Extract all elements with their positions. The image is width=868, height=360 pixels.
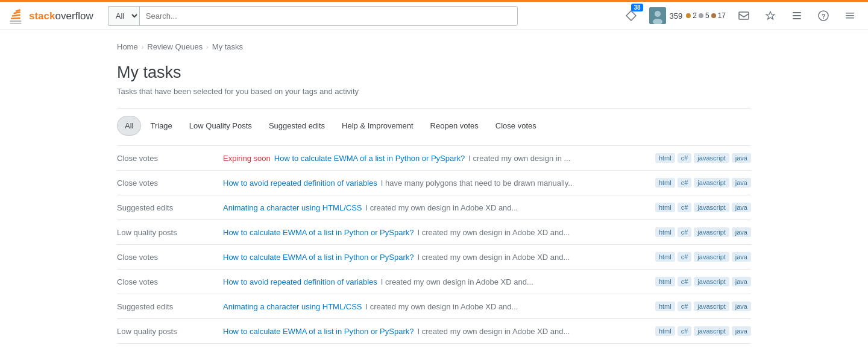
breadcrumb-home[interactable]: Home [117,42,138,51]
tag[interactable]: c# [678,203,692,212]
svg-rect-2 [11,17,20,19]
task-content: How to calculate EWMA of a list in Pytho… [223,228,646,237]
tag[interactable]: javascript [694,252,729,262]
svg-rect-17 [846,17,854,19]
filter-tab-triage[interactable]: Triage [142,116,180,136]
bronze-dot [711,13,716,18]
svg-point-7 [655,11,661,17]
task-type: Low quality posts [117,327,213,336]
task-type: Close votes [117,154,213,163]
tag[interactable]: java [732,326,751,336]
tag[interactable]: html [655,153,675,163]
task-tags: htmlc#javascriptjava [655,178,751,188]
tag[interactable]: javascript [694,227,729,237]
task-link[interactable]: How to calculate EWMA of a list in Pytho… [223,253,414,262]
tag[interactable]: html [655,277,675,286]
search-bar: All [108,6,518,26]
tag[interactable]: c# [678,227,692,237]
tag[interactable]: html [655,227,675,237]
user-badges: 2 5 17 [686,11,726,20]
tag[interactable]: javascript [694,153,729,163]
tag[interactable]: javascript [694,277,729,286]
tag[interactable]: java [732,252,751,262]
task-link[interactable]: How to calculate EWMA of a list in Pytho… [223,228,414,237]
filter-tab-low-quality-posts[interactable]: Low Quality Posts [181,116,260,136]
tag[interactable]: java [732,277,751,286]
svg-rect-12 [793,18,801,19]
task-tags: htmlc#javascriptjava [655,277,751,286]
breadcrumb: Home › Review Queues › My tasks [117,42,751,51]
task-link[interactable]: Animating a character using HTML/CSS [223,302,362,311]
review-queues-icon-btn[interactable] [786,5,808,27]
task-content: Animating a character using HTML/CSSI cr… [223,302,646,311]
achievements-icon-btn[interactable] [760,5,781,27]
filter-tab-close-votes[interactable]: Close votes [488,116,544,136]
task-row: Suggested editsAnimating a character usi… [117,294,751,319]
user-info[interactable]: 359 2 5 17 [647,5,728,27]
tag[interactable]: c# [678,302,692,311]
task-link[interactable]: Animating a character using HTML/CSS [223,203,362,212]
task-tags: htmlc#javascriptjava [655,153,751,163]
tag[interactable]: html [655,203,675,212]
filter-tab-help-&-improvement[interactable]: Help & Improvement [334,116,421,136]
search-scope-select[interactable]: All [108,6,139,26]
help-icon-btn[interactable]: ? [813,5,834,27]
task-link[interactable]: How to avoid repeated definition of vari… [223,277,377,286]
tag[interactable]: html [655,252,675,262]
tag[interactable]: c# [678,153,692,163]
hamburger-menu-btn[interactable] [839,5,861,27]
tag[interactable]: html [655,326,675,336]
tag[interactable]: javascript [694,203,729,212]
tag[interactable]: c# [678,277,692,286]
task-row: Close votesHow to avoid repeated definit… [117,171,751,195]
user-reputation: 359 [670,11,683,21]
tag[interactable]: java [732,178,751,188]
task-content: Expiring soonHow to calculate EWMA of a … [223,154,646,163]
tag[interactable]: java [732,227,751,237]
tag[interactable]: javascript [694,178,729,188]
task-row: Close votesHow to calculate EWMA of a li… [117,245,751,270]
breadcrumb-review-queues[interactable]: Review Queues [147,42,203,51]
review-icon-btn[interactable]: 38 [620,5,642,27]
logo[interactable]: stackoverflow [7,5,93,27]
task-desc: I have many polygons that need to be dra… [381,178,573,188]
svg-rect-9 [739,12,749,19]
task-content: How to avoid repeated definition of vari… [223,178,646,188]
topbar-icons: 38 359 2 5 17 [620,5,861,27]
task-desc: I created my own design in Adobe XD and.… [381,277,533,286]
tag[interactable]: c# [678,252,692,262]
task-type: Suggested edits [117,203,213,212]
breadcrumb-sep-2: › [206,43,209,51]
svg-rect-16 [846,15,854,16]
tag[interactable]: c# [678,178,692,188]
task-list: Close votesExpiring soonHow to calculate… [117,145,751,344]
svg-text:?: ? [822,13,826,20]
tag[interactable]: javascript [694,302,729,311]
logo-text: stackoverflow [29,11,93,21]
tag[interactable]: html [655,178,675,188]
filter-tab-suggested-edits[interactable]: Suggested edits [261,116,333,136]
task-link[interactable]: How to calculate EWMA of a list in Pytho… [274,154,465,163]
task-row: Close votesExpiring soonHow to calculate… [117,146,751,171]
tag[interactable]: javascript [694,326,729,336]
tag[interactable]: java [732,203,751,212]
task-link[interactable]: How to avoid repeated definition of vari… [223,178,377,188]
tag[interactable]: java [732,153,751,163]
search-input[interactable] [139,6,518,26]
inbox-icon-btn[interactable] [733,5,755,27]
silver-dot [699,13,703,18]
task-tags: htmlc#javascriptjava [655,227,751,237]
task-link[interactable]: How to calculate EWMA of a list in Pytho… [223,327,414,336]
filter-tab-all[interactable]: All [117,116,141,136]
task-row: Low quality postsHow to calculate EWMA o… [117,220,751,245]
tag[interactable]: java [732,302,751,311]
filter-tabs: AllTriageLow Quality PostsSuggested edit… [117,116,751,136]
tag[interactable]: c# [678,326,692,336]
task-type: Low quality posts [117,228,213,237]
filter-tab-reopen-votes[interactable]: Reopen votes [423,116,486,136]
task-tags: htmlc#javascriptjava [655,252,751,262]
svg-rect-1 [10,23,21,24]
tag[interactable]: html [655,302,675,311]
breadcrumb-sep-1: › [142,43,144,51]
expiring-soon-label: Expiring soon [223,154,271,163]
